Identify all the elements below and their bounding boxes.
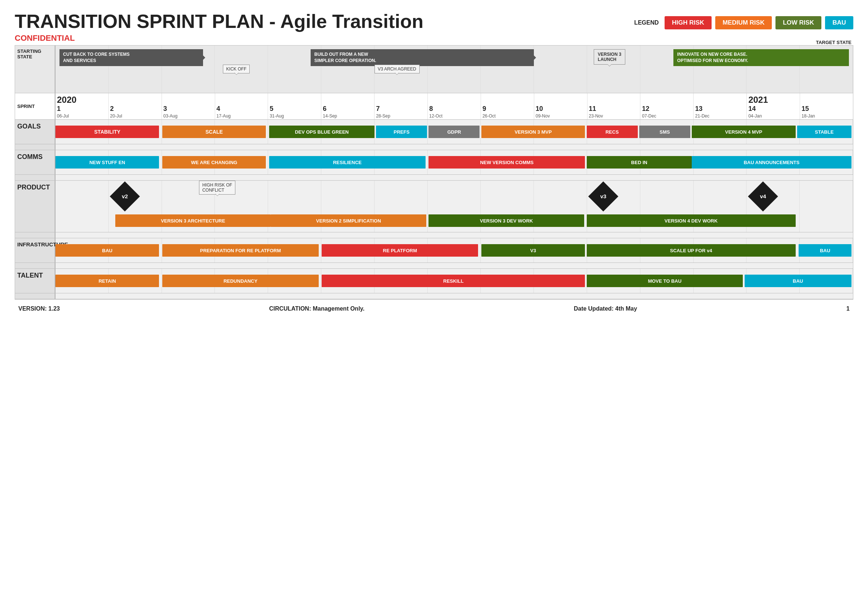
bar-v2simp: VERSION 2 SIMPLIFICATION bbox=[271, 214, 426, 227]
bar-infra-bau2: BAU bbox=[798, 244, 851, 257]
bar-v3mvp: VERSION 3 MVP bbox=[481, 126, 585, 138]
bar-sms: SMS bbox=[639, 126, 690, 138]
bar-gdpr: GDPR bbox=[428, 126, 479, 138]
v3-launch-bubble: VERSION 3LAUNCH bbox=[594, 49, 625, 65]
legend-bau: BAU bbox=[825, 16, 853, 29]
bar-movetobau: MOVE TO BAU bbox=[587, 275, 743, 287]
bar-prefs: PREFS bbox=[376, 126, 427, 138]
bar-bauann: BAU ANNOUNCEMENTS bbox=[692, 156, 851, 169]
bar-stability: STABILITY bbox=[56, 126, 159, 138]
bar-infra-v3: V3 bbox=[481, 244, 585, 257]
bar-talent-bau: BAU bbox=[745, 275, 851, 287]
talent-row: TALENT RETAIN REDUNDANCY RESKILL MOVE TO… bbox=[15, 269, 853, 293]
sprint-header-content: 2020 1 06-Jul 2 20-Jul 3 03-Aug 4 17-Aug… bbox=[56, 93, 853, 119]
kickoff-bubble: KICK OFF bbox=[223, 65, 250, 73]
sprint-col-8: 8 12-Oct bbox=[428, 93, 481, 119]
bar-scale: SCALE bbox=[162, 126, 266, 138]
talent-label: TALENT bbox=[15, 269, 56, 293]
bar-scaleup: SCALE UP FOR v4 bbox=[587, 244, 796, 257]
comms-content: NEW STUFF EN WE ARE CHANGING RESILIENCE … bbox=[56, 150, 853, 174]
product-content: v2 HIGH RISK OFCONFLICT VERSION 3 ARCHIT… bbox=[56, 181, 853, 232]
bar-v4mvp: VERSION 4 MVP bbox=[692, 126, 795, 138]
infra-label: INFRASTRUCTURE bbox=[15, 238, 56, 262]
comms-label: COMMS bbox=[15, 150, 56, 174]
bar-v3dev: VERSION 3 DEV WORK bbox=[428, 214, 584, 227]
bar-infra-bau: BAU bbox=[56, 244, 159, 257]
sprint-header-row: SPRINT 2020 1 06-Jul 2 20-Jul 3 03-Aug 4… bbox=[15, 93, 853, 120]
bar-bedin: BED IN bbox=[587, 156, 692, 169]
bar-retain: RETAIN bbox=[56, 275, 159, 287]
state-row: STARTING STATE bbox=[15, 45, 853, 93]
goals-row: GOALS STABILITY SCALE DEV OPS BLUE GREEN… bbox=[15, 120, 853, 144]
bar-v3arch: VERSION 3 ARCHITECTURE bbox=[115, 214, 271, 227]
timeline-area: STARTING STATE bbox=[15, 45, 853, 299]
banner-buildout: BUILD OUT FROM A NEWSIMPLER CORE OPERATI… bbox=[311, 49, 534, 66]
sprint-col-6: 6 14-Sep bbox=[321, 93, 375, 119]
legend: LEGEND HIGH RISK MEDIUM RISK LOW RISK BA… bbox=[634, 16, 853, 29]
bar-newvercomms: NEW VERSION COMMS bbox=[428, 156, 585, 169]
sprint-col-15: 15 18-Jan bbox=[800, 93, 853, 119]
sprint-col-9: 9 26-Oct bbox=[481, 93, 534, 119]
footer-date: Date Updated: 4th May bbox=[574, 306, 637, 312]
page-header: TRANSITION SPRINT PLAN - Agile Transitio… bbox=[15, 11, 853, 43]
title-block: TRANSITION SPRINT PLAN - Agile Transitio… bbox=[15, 11, 423, 43]
bar-reskill: RESKILL bbox=[322, 275, 585, 287]
product-row: PRODUCT v2 HIGH RISK OFCONFLICT VERSION … bbox=[15, 181, 853, 233]
goals-label: GOALS bbox=[15, 120, 56, 144]
banner-arrow bbox=[199, 53, 208, 62]
footer-version: VERSION: 1.23 bbox=[19, 306, 60, 312]
sprint-col-13: 13 21-Dec bbox=[694, 93, 747, 119]
sprint-col-5: 5 31-Aug bbox=[268, 93, 321, 119]
sprint-col-3: 3 03-Aug bbox=[162, 93, 215, 119]
sprint-col-11: 11 23-Nov bbox=[587, 93, 641, 119]
product-label: PRODUCT bbox=[15, 181, 56, 232]
diamond-v2: v2 bbox=[110, 181, 140, 211]
page-title: TRANSITION SPRINT PLAN - Agile Transitio… bbox=[15, 11, 423, 32]
footer-circulation: CIRCULATION: Management Only. bbox=[269, 306, 364, 312]
legend-label: LEGEND bbox=[634, 19, 659, 26]
banner-cutback: CUT BACK TO CORE SYSTEMSAND SERVICES bbox=[59, 49, 203, 66]
bar-redundancy: REDUNDANCY bbox=[162, 275, 319, 287]
sprint-col-7: 7 28-Sep bbox=[375, 93, 428, 119]
sprint-col-10: 10 09-Nov bbox=[534, 93, 587, 119]
diamond-v3: v3 bbox=[588, 181, 618, 211]
sprint-col-12: 12 07-Dec bbox=[640, 93, 694, 119]
target-state-label: TARGET STATE bbox=[814, 38, 853, 47]
banner-arrow2 bbox=[530, 53, 539, 62]
sprint-col-1: 2020 1 06-Jul bbox=[56, 93, 108, 119]
v3arch-bubble: V3 ARCH AGREED bbox=[375, 65, 420, 73]
bar-replatform: RE PLATFORM bbox=[322, 244, 478, 257]
bar-prep-platform: PREPARATION FOR RE PLATFORM bbox=[162, 244, 319, 257]
high-risk-bubble: HIGH RISK OFCONFLICT bbox=[199, 181, 236, 195]
bar-resilience: RESILIENCE bbox=[269, 156, 426, 169]
diamond-v4: v4 bbox=[748, 181, 778, 211]
bar-devops: DEV OPS BLUE GREEN bbox=[269, 126, 375, 138]
bar-v4dev: VERSION 4 DEV WORK bbox=[587, 214, 796, 227]
state-content: CUT BACK TO CORE SYSTEMSAND SERVICES KIC… bbox=[56, 45, 853, 93]
bar-newstuff: NEW STUFF EN bbox=[56, 156, 159, 169]
confidential-label: CONFIDENTIAL bbox=[15, 33, 423, 43]
sprint-col-14: 2021 14 04-Jan bbox=[747, 93, 800, 119]
spacer-row-1 bbox=[15, 144, 853, 150]
goals-content: STABILITY SCALE DEV OPS BLUE GREEN PREFS… bbox=[56, 120, 853, 144]
legend-high-risk: HIGH RISK bbox=[665, 16, 711, 29]
bar-changing: WE ARE CHANGING bbox=[162, 156, 266, 169]
bar-recs: RECS bbox=[587, 126, 638, 138]
legend-medium-risk: MEDIUM RISK bbox=[715, 16, 772, 29]
starting-state-label: STARTING STATE bbox=[15, 45, 56, 93]
footer-page: 1 bbox=[846, 306, 849, 312]
banner-innovate: INNOVATE ON NEW CORE BASE.OPTIMISED FOR … bbox=[673, 49, 849, 66]
talent-content: RETAIN REDUNDANCY RESKILL MOVE TO BAU BA… bbox=[56, 269, 853, 293]
spacer-row-5 bbox=[15, 293, 853, 299]
footer: VERSION: 1.23 CIRCULATION: Management On… bbox=[15, 299, 853, 312]
bar-stable: STABLE bbox=[797, 126, 851, 138]
legend-low-risk: LOW RISK bbox=[775, 16, 822, 29]
sprint-col-2: 2 20-Jul bbox=[108, 93, 162, 119]
spacer-row-3 bbox=[15, 233, 853, 238]
infra-row: INFRASTRUCTURE BAU PREPARATION FOR RE PL… bbox=[15, 238, 853, 263]
spacer-row-2 bbox=[15, 175, 853, 181]
infra-content: BAU PREPARATION FOR RE PLATFORM RE PLATF… bbox=[56, 238, 853, 262]
comms-row: COMMS NEW STUFF EN WE ARE CHANGING RESIL… bbox=[15, 150, 853, 175]
sprint-header-label: SPRINT bbox=[15, 93, 56, 119]
sprint-col-4: 4 17-Aug bbox=[215, 93, 268, 119]
